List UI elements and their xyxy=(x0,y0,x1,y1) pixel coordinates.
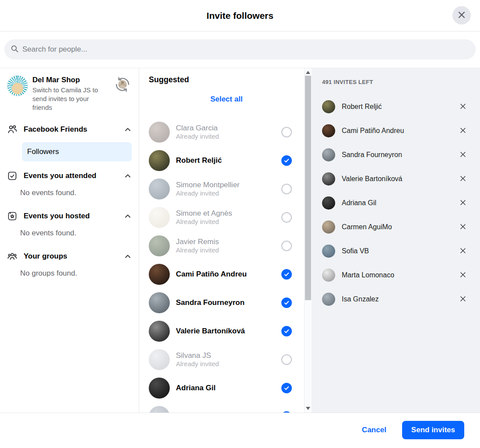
scrollbar-down-arrow-icon[interactable] xyxy=(306,407,310,410)
sidebar-item-facebook-friends[interactable]: Facebook Friends xyxy=(7,122,132,137)
person-name: Cami Patiño Andreu xyxy=(342,127,458,135)
selected-person-row: Cami Patiño Andreu xyxy=(322,124,468,137)
send-invites-button[interactable]: Send invites xyxy=(402,421,464,439)
person-name: Simone et Agnès xyxy=(176,209,281,218)
remove-person-button[interactable] xyxy=(458,294,468,304)
person-checkbox[interactable] xyxy=(281,184,292,194)
remove-person-button[interactable] xyxy=(458,102,468,112)
person-checkbox[interactable] xyxy=(281,383,292,393)
avatar xyxy=(322,293,335,306)
remove-person-button[interactable] xyxy=(458,150,468,160)
person-status: Already invited xyxy=(176,133,281,140)
avatar xyxy=(322,245,335,258)
suggested-list: Clara Garcia Already invited Robert Relj… xyxy=(149,119,304,413)
person-name: Sandra Fourneyron xyxy=(176,298,281,307)
avatar xyxy=(149,378,170,399)
chevron-up-icon[interactable] xyxy=(124,252,132,260)
person-name: Carmen AguiMo xyxy=(342,223,458,231)
event-hosted-icon xyxy=(7,211,18,221)
remove-person-button[interactable] xyxy=(458,222,468,232)
search-box[interactable] xyxy=(4,39,476,60)
person-name: Valerie Bartoníková xyxy=(342,175,458,183)
avatar xyxy=(149,235,170,256)
close-button[interactable] xyxy=(452,6,471,24)
avatar xyxy=(322,220,335,234)
remove-person-button[interactable] xyxy=(458,198,468,208)
suggested-person-row[interactable]: Simone et Agnès Already invited xyxy=(149,205,304,230)
person-checkbox[interactable] xyxy=(281,269,292,280)
search-input[interactable] xyxy=(22,45,472,54)
person-status: Already invited xyxy=(176,246,281,254)
suggested-person-row[interactable]: Silvana JS Already invited xyxy=(149,347,304,372)
empty-groups: No groups found. xyxy=(20,269,132,278)
scrollbar[interactable] xyxy=(304,68,312,413)
search-icon xyxy=(11,45,19,55)
person-checkbox[interactable] xyxy=(281,354,292,365)
dialog-header: Invite followers xyxy=(0,0,480,32)
person-checkbox[interactable] xyxy=(281,155,292,166)
selected-person-row: Valerie Bartoníková xyxy=(322,172,468,186)
avatar xyxy=(322,172,335,186)
person-checkbox[interactable] xyxy=(281,241,292,251)
selected-person-row: Isa Gnzalez xyxy=(322,293,468,306)
search-section xyxy=(0,32,480,68)
remove-icon xyxy=(459,199,466,207)
person-name: Valerie Bartoníková xyxy=(176,327,281,336)
remove-person-button[interactable] xyxy=(458,174,468,184)
person-checkbox[interactable] xyxy=(281,326,292,336)
empty-events-attended: No events found. xyxy=(20,189,132,197)
chevron-up-icon[interactable] xyxy=(124,172,132,180)
remove-person-button[interactable] xyxy=(458,270,468,280)
dialog-content: Del Mar Shop Switch to Camila JS to send… xyxy=(0,68,480,413)
person-name: Sandra Fourneyron xyxy=(342,151,458,159)
person-status: Already invited xyxy=(176,360,281,368)
selected-panel: 491 INVITES LEFT Robert Reljić Cami Pati… xyxy=(312,68,480,413)
chevron-up-icon[interactable] xyxy=(124,212,132,220)
avatar xyxy=(149,150,170,171)
person-name: Silvana JS xyxy=(176,351,281,360)
sidebar-item-events-attended[interactable]: Events you attended xyxy=(7,168,132,183)
remove-person-button[interactable] xyxy=(458,126,468,136)
check-icon xyxy=(284,158,290,164)
chevron-up-icon[interactable] xyxy=(124,126,132,133)
suggested-person-row[interactable]: Cami Patiño Andreu xyxy=(149,262,304,287)
person-checkbox[interactable] xyxy=(281,298,292,308)
scrollbar-thumb[interactable] xyxy=(305,76,311,300)
avatar xyxy=(322,100,335,113)
suggested-person-row[interactable]: Simone Montpellier Already invited xyxy=(149,176,304,201)
suggested-person-row[interactable]: Robert Reljić xyxy=(149,148,304,173)
cancel-button[interactable]: Cancel xyxy=(362,426,386,434)
switch-profile-button[interactable] xyxy=(113,75,132,94)
invites-left-label: 491 INVITES LEFT xyxy=(322,79,468,85)
person-checkbox[interactable] xyxy=(281,411,292,413)
suggested-person-row[interactable]: Valerie Bartoníková xyxy=(149,318,304,343)
sidebar-item-your-groups[interactable]: Your groups xyxy=(7,249,132,264)
empty-events-hosted: No events found. xyxy=(20,229,132,238)
person-name: Clara Garcia xyxy=(176,124,281,133)
sidebar-item-events-hosted[interactable]: Events you hosted xyxy=(7,209,132,224)
person-checkbox[interactable] xyxy=(281,212,292,223)
scrollbar-up-arrow-icon[interactable] xyxy=(306,71,310,74)
sidebar-item-followers[interactable]: Followers xyxy=(22,142,132,161)
suggested-person-row[interactable]: Javier Remis Already invited xyxy=(149,233,304,258)
check-icon xyxy=(284,328,290,334)
remove-person-button[interactable] xyxy=(458,246,468,256)
sidebar-item-label: Events you attended xyxy=(24,172,118,180)
select-all-button[interactable]: Select all xyxy=(210,95,243,104)
avatar xyxy=(149,178,170,200)
suggested-person-row[interactable]: Adriana Gil xyxy=(149,375,304,400)
selected-person-row: Carmen AguiMo xyxy=(322,220,468,234)
selected-person-row: Robert Reljić xyxy=(322,100,468,113)
avatar xyxy=(149,292,170,313)
suggested-person-row[interactable] xyxy=(149,404,304,413)
person-checkbox[interactable] xyxy=(281,127,292,137)
avatar xyxy=(149,122,170,143)
person-name: Robert Reljić xyxy=(176,156,281,165)
suggested-person-row[interactable]: Sandra Fourneyron xyxy=(149,290,304,315)
avatar xyxy=(149,207,170,228)
person-name: Sofia VB xyxy=(342,247,458,255)
remove-icon xyxy=(459,151,466,159)
person-name: Adriana Gil xyxy=(176,384,281,392)
dialog-footer: Cancel Send invites xyxy=(0,413,480,447)
suggested-person-row[interactable]: Clara Garcia Already invited xyxy=(149,119,304,144)
